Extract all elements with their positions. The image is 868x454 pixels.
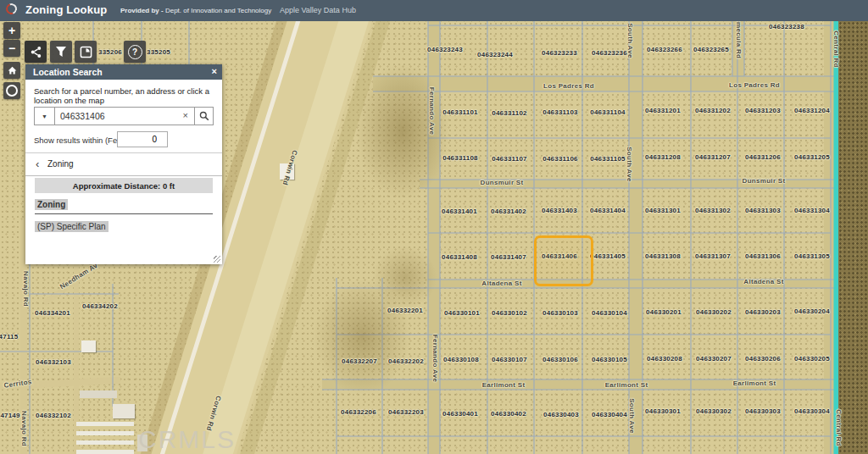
parcel-label[interactable]: 046331405 <box>590 252 626 260</box>
street-label: Earlimont St <box>482 381 526 389</box>
parcel-label[interactable]: 046331208 <box>645 153 681 161</box>
parcel-label[interactable]: 046330101 <box>444 309 480 317</box>
parcel-label[interactable]: 046323233 <box>542 49 577 57</box>
parcel-label[interactable]: 046330201 <box>646 308 682 316</box>
parcel-label[interactable]: 046330302 <box>696 407 732 415</box>
parcel-label[interactable]: 046331307 <box>695 252 731 260</box>
parcel-label[interactable]: 046331408 <box>442 253 477 261</box>
parcel-label[interactable]: 046331306 <box>745 252 781 260</box>
parcel-label[interactable]: 046330304 <box>794 407 830 415</box>
parcel-label[interactable]: 046330301 <box>645 407 681 415</box>
parcel-label[interactable]: 046331303 <box>745 207 781 214</box>
parcel-label[interactable]: 046331204 <box>794 107 830 114</box>
close-icon[interactable]: × <box>212 66 217 76</box>
help-widget-button[interactable]: ? <box>124 41 146 63</box>
parcel-label[interactable]: 046331301 <box>645 207 681 214</box>
parcel-label[interactable]: 046331207 <box>695 153 731 161</box>
parcel-label[interactable]: 046331101 <box>442 108 477 116</box>
parcel-label[interactable]: 046331203 <box>745 107 781 114</box>
parcel-label[interactable]: 046330105 <box>592 356 627 363</box>
zoom-in-button[interactable]: + <box>3 22 20 39</box>
parcel-label[interactable]: 335206 <box>98 48 122 56</box>
parcel-label[interactable]: 47115 <box>0 333 18 340</box>
parcel-label[interactable]: 046330403 <box>543 411 579 418</box>
home-icon <box>7 65 18 76</box>
parcel-label[interactable]: 046332203 <box>388 408 424 416</box>
parcel-label[interactable]: 046330102 <box>492 309 527 317</box>
parcel-label[interactable]: 046331403 <box>542 207 577 214</box>
parcel-label[interactable]: 47149 <box>0 412 19 419</box>
parcel-label[interactable]: 046323244 <box>477 51 513 58</box>
parcel-label[interactable]: 046330206 <box>745 355 781 363</box>
provided-by-text: Provided by - Dept. of Innovation and Te… <box>120 7 271 14</box>
zoom-out-button[interactable]: − <box>3 40 20 57</box>
panel-resize-handle[interactable] <box>214 256 220 263</box>
parcel-label[interactable]: 046330103 <box>542 309 578 317</box>
parcel-label[interactable]: 046323265 <box>693 46 729 53</box>
selected-parcel-highlight[interactable] <box>534 235 593 286</box>
parcel-label[interactable]: 046331407 <box>491 253 526 261</box>
parcel-label[interactable]: 046334202 <box>82 302 118 310</box>
parcel-label[interactable]: 046330207 <box>696 355 732 363</box>
parcel-label[interactable]: 046331201 <box>645 107 681 114</box>
parcel-label[interactable]: 335205 <box>147 48 170 56</box>
parcel-label[interactable]: 046331102 <box>492 109 526 117</box>
search-input[interactable] <box>54 107 195 125</box>
parcel-label[interactable]: 046332102 <box>36 412 71 419</box>
search-button[interactable] <box>195 107 214 125</box>
parcel-label[interactable]: 046332207 <box>342 357 377 365</box>
parcel-label[interactable]: 046330303 <box>745 407 781 415</box>
parcel-label[interactable]: 046331308 <box>645 252 681 260</box>
home-extent-button[interactable] <box>3 62 20 79</box>
parcel-label[interactable]: 046331108 <box>442 154 477 162</box>
search-icon <box>199 111 209 121</box>
parcel-label[interactable]: 046331103 <box>542 108 577 116</box>
street-label: Fernando Ave <box>431 335 439 382</box>
parcel-label[interactable]: 046323266 <box>647 46 682 53</box>
parcel-label[interactable]: 046331105 <box>590 155 625 163</box>
parcel-label[interactable]: 046331205 <box>794 153 830 161</box>
parcel-label[interactable]: 046323238 <box>769 23 804 30</box>
parcel-label[interactable]: 046330402 <box>491 410 526 418</box>
parcel-label[interactable]: 046331404 <box>590 207 626 214</box>
parcel-label[interactable]: 046332202 <box>388 357 424 365</box>
share-widget-button[interactable] <box>25 41 47 63</box>
parcel-label[interactable]: 046334201 <box>35 309 70 317</box>
parcel-label[interactable]: 046330107 <box>492 356 527 363</box>
radius-input[interactable] <box>117 131 168 147</box>
panel-header[interactable]: Location Search × <box>25 64 222 80</box>
parcel-label[interactable]: 046330204 <box>794 307 830 315</box>
parcel-label[interactable]: 046330205 <box>794 355 830 363</box>
parcel-label[interactable]: 046330104 <box>592 309 627 317</box>
parcel-label[interactable]: 046330208 <box>647 355 682 363</box>
parcel-label[interactable]: 046330106 <box>542 356 578 363</box>
parcel-label[interactable]: 046330202 <box>696 308 732 316</box>
parcel-label[interactable]: 046331305 <box>794 252 830 260</box>
parcel-label[interactable]: 046331401 <box>442 208 477 215</box>
parcel-label[interactable]: 046332201 <box>387 307 423 314</box>
parcel-label[interactable]: 046330108 <box>443 356 479 363</box>
basemap-widget-button[interactable] <box>75 41 97 63</box>
parcel-label[interactable]: 046331202 <box>695 107 731 114</box>
parcel-label[interactable]: 046331304 <box>794 207 830 214</box>
parcel-label[interactable]: 046330203 <box>745 308 781 316</box>
filter-widget-button[interactable] <box>50 41 72 63</box>
data-hub-link[interactable]: Apple Valley Data Hub <box>280 6 356 14</box>
parcel-label[interactable]: 046330401 <box>442 410 478 418</box>
parcel-label[interactable]: 046332206 <box>341 408 376 416</box>
locate-button[interactable] <box>3 82 20 99</box>
parcel-label[interactable]: 046323243 <box>427 46 463 53</box>
zoning-back-row[interactable]: ‹ Zoning <box>34 158 214 171</box>
clear-search-icon[interactable]: × <box>183 110 188 120</box>
parcel-label[interactable]: 046330404 <box>592 411 627 418</box>
parcel-label[interactable]: 046331402 <box>491 208 526 215</box>
parcel-label[interactable]: 046323236 <box>592 49 627 57</box>
parcel-label[interactable]: 046331104 <box>590 108 625 116</box>
parcel-label[interactable]: 046331302 <box>695 207 731 214</box>
parcel-label[interactable]: 046331107 <box>492 155 526 163</box>
parcel-label[interactable]: 046332103 <box>36 358 71 366</box>
parcel-label[interactable]: 046331106 <box>542 155 577 163</box>
street-label: Fernando Ave <box>428 87 436 135</box>
parcel-label[interactable]: 046331206 <box>745 153 781 161</box>
search-type-dropdown[interactable]: ▼ <box>34 107 54 125</box>
